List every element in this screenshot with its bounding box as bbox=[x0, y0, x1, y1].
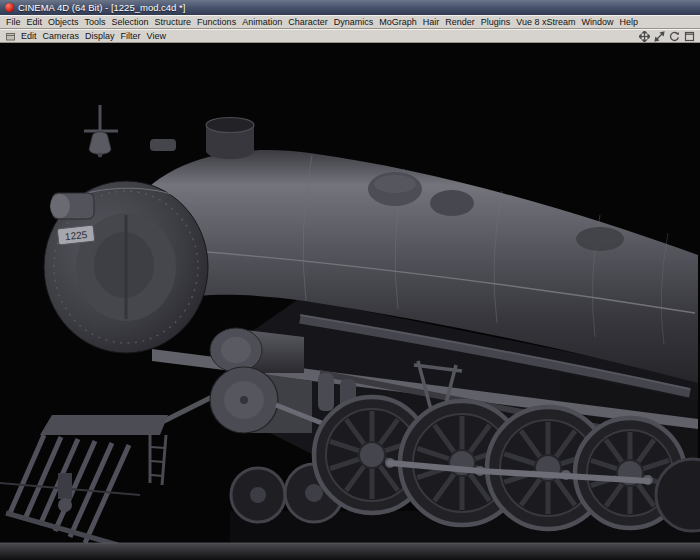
viewport-menu-filter[interactable]: Filter bbox=[118, 30, 144, 42]
viewport-canvas[interactable]: 1225 bbox=[0, 43, 700, 560]
ground-plane bbox=[0, 543, 700, 560]
rotate-icon[interactable] bbox=[668, 30, 681, 42]
viewport-menu-bar: Edit Cameras Display Filter View bbox=[0, 29, 700, 43]
main-menu-bar: File Edit Objects Tools Selection Struct… bbox=[0, 15, 700, 29]
menu-hair[interactable]: Hair bbox=[420, 16, 443, 28]
locomotive-render: 1225 bbox=[0, 43, 700, 560]
viewport-menu-cameras[interactable]: Cameras bbox=[40, 30, 83, 42]
zoom-icon[interactable] bbox=[653, 30, 666, 42]
window-title: CINEMA 4D (64 Bit) - [1225_mod.c4d *] bbox=[18, 0, 185, 15]
move-icon[interactable] bbox=[638, 30, 651, 42]
menu-help[interactable]: Help bbox=[617, 16, 642, 28]
menu-window[interactable]: Window bbox=[579, 16, 617, 28]
menu-vue-xstream[interactable]: Vue 8 xStream bbox=[513, 16, 578, 28]
viewport-menu-edit[interactable]: Edit bbox=[18, 30, 40, 42]
cinema4d-app-icon bbox=[5, 3, 14, 12]
viewport-menu-view[interactable]: View bbox=[144, 30, 169, 42]
menu-render[interactable]: Render bbox=[442, 16, 478, 28]
menu-edit[interactable]: Edit bbox=[24, 16, 46, 28]
menu-tools[interactable]: Tools bbox=[82, 16, 109, 28]
menu-animation[interactable]: Animation bbox=[239, 16, 285, 28]
viewport-menu-icon[interactable] bbox=[4, 30, 17, 42]
menu-dynamics[interactable]: Dynamics bbox=[331, 16, 377, 28]
menu-file[interactable]: File bbox=[3, 16, 24, 28]
menu-selection[interactable]: Selection bbox=[109, 16, 152, 28]
menu-objects[interactable]: Objects bbox=[45, 16, 82, 28]
pilot-cowcatcher bbox=[0, 415, 168, 545]
app-window: CINEMA 4D (64 Bit) - [1225_mod.c4d *] Fi… bbox=[0, 0, 700, 560]
viewport-menu-display[interactable]: Display bbox=[82, 30, 118, 42]
menu-plugins[interactable]: Plugins bbox=[478, 16, 514, 28]
maximize-icon[interactable] bbox=[683, 30, 696, 42]
menu-functions[interactable]: Functions bbox=[194, 16, 239, 28]
menu-character[interactable]: Character bbox=[285, 16, 331, 28]
menu-mograph[interactable]: MoGraph bbox=[376, 16, 420, 28]
menu-structure[interactable]: Structure bbox=[152, 16, 195, 28]
title-bar[interactable]: CINEMA 4D (64 Bit) - [1225_mod.c4d *] bbox=[0, 0, 700, 15]
